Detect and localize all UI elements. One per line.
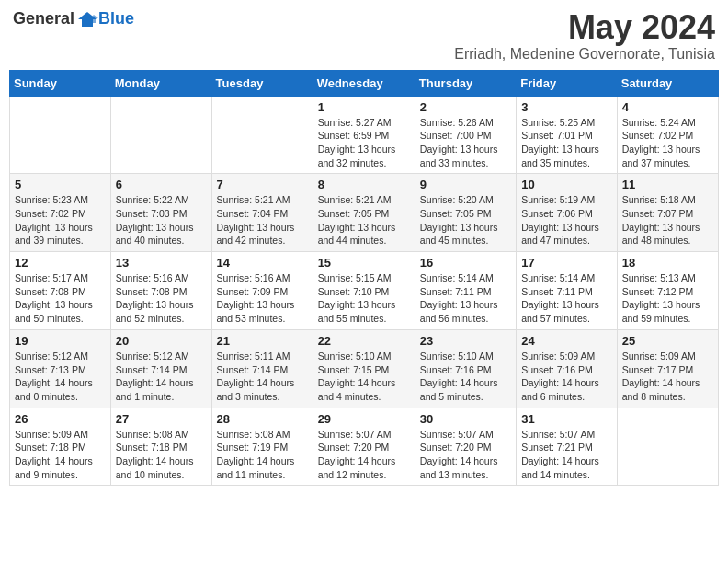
- cell-content: Sunrise: 5:12 AMSunset: 7:13 PMDaylight:…: [15, 350, 106, 404]
- calendar-cell: [110, 96, 211, 174]
- calendar-cell: 31Sunrise: 5:07 AMSunset: 7:21 PMDayligh…: [517, 408, 618, 486]
- day-number: 12: [15, 256, 106, 270]
- weekday-header-tuesday: Tuesday: [211, 70, 313, 96]
- calendar-cell: 30Sunrise: 5:07 AMSunset: 7:20 PMDayligh…: [415, 408, 516, 486]
- calendar-cell: 1Sunrise: 5:27 AMSunset: 6:59 PMDaylight…: [313, 96, 415, 174]
- day-number: 30: [420, 412, 511, 426]
- calendar-cell: 18Sunrise: 5:13 AMSunset: 7:12 PMDayligh…: [617, 252, 718, 330]
- calendar-cell: 9Sunrise: 5:20 AMSunset: 7:05 PMDaylight…: [415, 174, 516, 252]
- calendar-cell: 7Sunrise: 5:21 AMSunset: 7:04 PMDaylight…: [211, 174, 313, 252]
- calendar-cell: 11Sunrise: 5:18 AMSunset: 7:07 PMDayligh…: [617, 174, 718, 252]
- calendar-cell: [211, 96, 313, 174]
- weekday-header-sunday: Sunday: [10, 70, 111, 96]
- day-number: 26: [15, 412, 106, 426]
- calendar-cell: 4Sunrise: 5:24 AMSunset: 7:02 PMDaylight…: [617, 96, 718, 174]
- day-number: 24: [521, 334, 612, 348]
- day-number: 25: [622, 334, 713, 348]
- weekday-header-friday: Friday: [517, 70, 618, 96]
- cell-content: Sunrise: 5:11 AMSunset: 7:14 PMDaylight:…: [217, 350, 308, 404]
- calendar-cell: 23Sunrise: 5:10 AMSunset: 7:16 PMDayligh…: [415, 329, 516, 408]
- cell-content: Sunrise: 5:21 AMSunset: 7:04 PMDaylight:…: [217, 193, 308, 247]
- calendar-cell: 15Sunrise: 5:15 AMSunset: 7:10 PMDayligh…: [313, 252, 415, 330]
- cell-content: Sunrise: 5:19 AMSunset: 7:06 PMDaylight:…: [521, 193, 612, 247]
- cell-content: Sunrise: 5:09 AMSunset: 7:16 PMDaylight:…: [521, 350, 612, 404]
- cell-content: Sunrise: 5:08 AMSunset: 7:19 PMDaylight:…: [217, 428, 308, 482]
- cell-content: Sunrise: 5:18 AMSunset: 7:07 PMDaylight:…: [622, 193, 713, 247]
- day-number: 21: [217, 334, 308, 348]
- weekday-header-wednesday: Wednesday: [313, 70, 415, 96]
- calendar-cell: 22Sunrise: 5:10 AMSunset: 7:15 PMDayligh…: [313, 329, 415, 408]
- calendar-cell: 20Sunrise: 5:12 AMSunset: 7:14 PMDayligh…: [110, 329, 211, 408]
- day-number: 5: [15, 178, 106, 191]
- calendar-cell: 29Sunrise: 5:07 AMSunset: 7:20 PMDayligh…: [313, 408, 415, 486]
- cell-content: Sunrise: 5:26 AMSunset: 7:00 PMDaylight:…: [420, 116, 511, 170]
- logo: General Blue: [13, 9, 134, 29]
- day-number: 11: [622, 178, 713, 191]
- cell-content: Sunrise: 5:24 AMSunset: 7:02 PMDaylight:…: [622, 116, 713, 170]
- day-number: 15: [318, 256, 410, 270]
- cell-content: Sunrise: 5:16 AMSunset: 7:08 PMDaylight:…: [116, 271, 207, 326]
- calendar-cell: 24Sunrise: 5:09 AMSunset: 7:16 PMDayligh…: [517, 329, 618, 408]
- logo-icon: [76, 10, 98, 29]
- calendar-cell: 25Sunrise: 5:09 AMSunset: 7:17 PMDayligh…: [617, 329, 718, 408]
- logo-blue-text: Blue: [98, 9, 134, 29]
- calendar-cell: 16Sunrise: 5:14 AMSunset: 7:11 PMDayligh…: [415, 252, 516, 330]
- day-number: 23: [420, 334, 511, 348]
- calendar-cell: 21Sunrise: 5:11 AMSunset: 7:14 PMDayligh…: [211, 329, 313, 408]
- cell-content: Sunrise: 5:14 AMSunset: 7:11 PMDaylight:…: [521, 271, 612, 326]
- calendar-cell: 19Sunrise: 5:12 AMSunset: 7:13 PMDayligh…: [10, 329, 111, 408]
- weekday-header-monday: Monday: [110, 70, 211, 96]
- day-number: 31: [521, 412, 612, 426]
- day-number: 28: [217, 412, 308, 426]
- cell-content: Sunrise: 5:08 AMSunset: 7:18 PMDaylight:…: [116, 428, 207, 482]
- day-number: 8: [318, 178, 410, 191]
- day-number: 20: [116, 334, 207, 348]
- calendar-cell: 5Sunrise: 5:23 AMSunset: 7:02 PMDaylight…: [10, 174, 111, 252]
- day-number: 9: [420, 178, 511, 191]
- day-number: 7: [217, 178, 308, 191]
- title-section: May 2024 Erriadh, Medenine Governorate, …: [454, 9, 715, 63]
- calendar-cell: 10Sunrise: 5:19 AMSunset: 7:06 PMDayligh…: [517, 174, 618, 252]
- page-header: General Blue May 2024 Erriadh, Medenine …: [9, 9, 719, 63]
- cell-content: Sunrise: 5:07 AMSunset: 7:20 PMDaylight:…: [318, 428, 410, 482]
- cell-content: Sunrise: 5:23 AMSunset: 7:02 PMDaylight:…: [15, 193, 106, 247]
- cell-content: Sunrise: 5:09 AMSunset: 7:18 PMDaylight:…: [15, 428, 106, 482]
- logo-general-text: General: [13, 9, 74, 29]
- cell-content: Sunrise: 5:21 AMSunset: 7:05 PMDaylight:…: [318, 193, 410, 247]
- cell-content: Sunrise: 5:20 AMSunset: 7:05 PMDaylight:…: [420, 193, 511, 247]
- calendar-cell: 8Sunrise: 5:21 AMSunset: 7:05 PMDaylight…: [313, 174, 415, 252]
- cell-content: Sunrise: 5:12 AMSunset: 7:14 PMDaylight:…: [116, 350, 207, 404]
- calendar-cell: 27Sunrise: 5:08 AMSunset: 7:18 PMDayligh…: [110, 408, 211, 486]
- cell-content: Sunrise: 5:17 AMSunset: 7:08 PMDaylight:…: [15, 271, 106, 326]
- calendar-week-row: 5Sunrise: 5:23 AMSunset: 7:02 PMDaylight…: [10, 174, 719, 252]
- cell-content: Sunrise: 5:27 AMSunset: 6:59 PMDaylight:…: [318, 116, 410, 170]
- cell-content: Sunrise: 5:13 AMSunset: 7:12 PMDaylight:…: [622, 271, 713, 326]
- calendar-week-row: 1Sunrise: 5:27 AMSunset: 6:59 PMDaylight…: [10, 96, 719, 174]
- weekday-header-thursday: Thursday: [415, 70, 516, 96]
- calendar-cell: 2Sunrise: 5:26 AMSunset: 7:00 PMDaylight…: [415, 96, 516, 174]
- day-number: 1: [318, 100, 410, 114]
- location-subtitle: Erriadh, Medenine Governorate, Tunisia: [454, 46, 715, 63]
- day-number: 4: [622, 100, 713, 114]
- calendar-week-row: 12Sunrise: 5:17 AMSunset: 7:08 PMDayligh…: [10, 252, 719, 330]
- calendar-week-row: 26Sunrise: 5:09 AMSunset: 7:18 PMDayligh…: [10, 408, 719, 486]
- cell-content: Sunrise: 5:10 AMSunset: 7:15 PMDaylight:…: [318, 350, 410, 404]
- cell-content: Sunrise: 5:14 AMSunset: 7:11 PMDaylight:…: [420, 271, 511, 326]
- weekday-header-saturday: Saturday: [617, 70, 718, 96]
- day-number: 17: [521, 256, 612, 270]
- calendar-cell: 26Sunrise: 5:09 AMSunset: 7:18 PMDayligh…: [10, 408, 111, 486]
- weekday-header-row: SundayMondayTuesdayWednesdayThursdayFrid…: [10, 70, 719, 96]
- day-number: 19: [15, 334, 106, 348]
- cell-content: Sunrise: 5:09 AMSunset: 7:17 PMDaylight:…: [622, 350, 713, 404]
- cell-content: Sunrise: 5:07 AMSunset: 7:20 PMDaylight:…: [420, 428, 511, 482]
- day-number: 27: [116, 412, 207, 426]
- day-number: 13: [116, 256, 207, 270]
- day-number: 22: [318, 334, 410, 348]
- cell-content: Sunrise: 5:07 AMSunset: 7:21 PMDaylight:…: [521, 428, 612, 482]
- day-number: 2: [420, 100, 511, 114]
- cell-content: Sunrise: 5:15 AMSunset: 7:10 PMDaylight:…: [318, 271, 410, 326]
- calendar-cell: 28Sunrise: 5:08 AMSunset: 7:19 PMDayligh…: [211, 408, 313, 486]
- calendar-cell: 6Sunrise: 5:22 AMSunset: 7:03 PMDaylight…: [110, 174, 211, 252]
- calendar-cell: 12Sunrise: 5:17 AMSunset: 7:08 PMDayligh…: [10, 252, 111, 330]
- cell-content: Sunrise: 5:22 AMSunset: 7:03 PMDaylight:…: [116, 193, 207, 247]
